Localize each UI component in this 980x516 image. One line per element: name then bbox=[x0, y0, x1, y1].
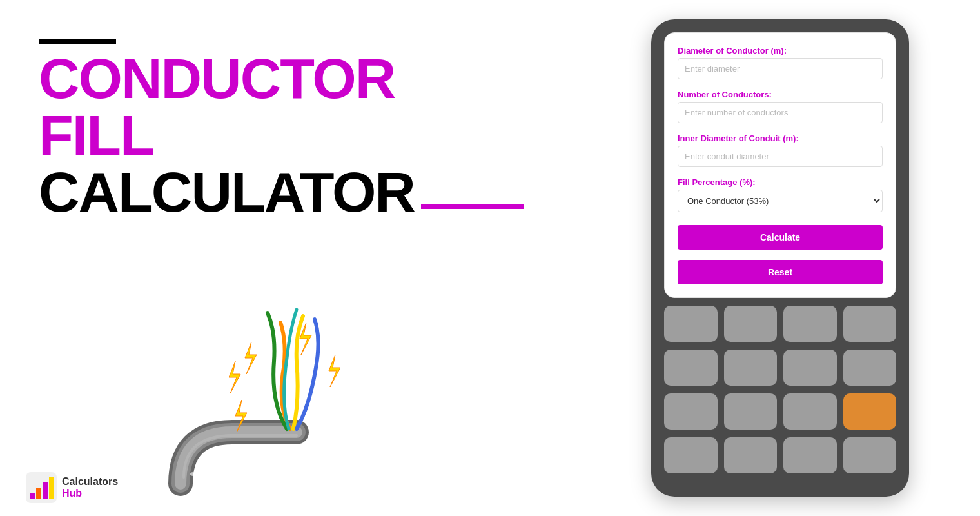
keypad-row-1 bbox=[664, 306, 896, 342]
reset-button[interactable]: Reset bbox=[678, 260, 883, 284]
conductors-input[interactable] bbox=[678, 102, 883, 123]
keypad-btn-6[interactable] bbox=[724, 350, 778, 386]
svg-marker-2 bbox=[300, 322, 311, 355]
keypad-btn-14[interactable] bbox=[783, 437, 837, 473]
keypad-row-4 bbox=[664, 437, 896, 473]
svg-point-0 bbox=[190, 472, 197, 476]
fill-percentage-field-group: Fill Percentage (%): One Conductor (53%)… bbox=[678, 177, 883, 216]
keypad-btn-9[interactable] bbox=[664, 393, 718, 430]
keypad-row-2 bbox=[664, 350, 896, 386]
svg-rect-10 bbox=[49, 477, 54, 499]
right-section: Diameter of Conductor (m): Number of Con… bbox=[580, 0, 980, 516]
keypad-btn-5[interactable] bbox=[664, 350, 718, 386]
left-section: CONDUCTOR FILL CALCULATOR bbox=[0, 0, 580, 516]
keypad-btn-7[interactable] bbox=[783, 350, 837, 386]
calculate-button[interactable]: Calculate bbox=[678, 225, 883, 250]
svg-rect-9 bbox=[43, 482, 48, 499]
keypad-btn-3[interactable] bbox=[783, 306, 837, 342]
svg-rect-7 bbox=[30, 493, 35, 499]
logo-text: Calculators Hub bbox=[62, 476, 118, 499]
diameter-input[interactable] bbox=[678, 58, 883, 79]
keypad-btn-orange-1[interactable] bbox=[843, 393, 897, 430]
title-line3: CALCULATOR bbox=[39, 164, 542, 221]
illustration bbox=[142, 303, 361, 497]
title-line2: FILL bbox=[39, 107, 542, 164]
keypad-btn-10[interactable] bbox=[724, 393, 778, 430]
inner-diameter-field-group: Inner Diameter of Conduit (m): bbox=[678, 134, 883, 171]
logo-icon bbox=[26, 472, 57, 503]
keypad-btn-4[interactable] bbox=[843, 306, 897, 342]
title-bar bbox=[39, 39, 116, 44]
title-block: CONDUCTOR FILL CALCULATOR bbox=[39, 39, 542, 221]
fill-percentage-select[interactable]: One Conductor (53%) Two Conductors (31%)… bbox=[678, 190, 883, 212]
keypad-btn-12[interactable] bbox=[664, 437, 718, 473]
title-underscore bbox=[421, 204, 524, 209]
svg-marker-3 bbox=[229, 361, 240, 393]
inner-diameter-label: Inner Diameter of Conduit (m): bbox=[678, 134, 883, 143]
svg-marker-1 bbox=[245, 342, 257, 374]
keypad-btn-11[interactable] bbox=[783, 393, 837, 430]
conductors-field-group: Number of Conductors: bbox=[678, 90, 883, 127]
keypad-btn-15[interactable] bbox=[843, 437, 897, 473]
diameter-label: Diameter of Conductor (m): bbox=[678, 46, 883, 55]
calculator-screen: Diameter of Conductor (m): Number of Con… bbox=[664, 32, 896, 298]
calculator-body: Diameter of Conductor (m): Number of Con… bbox=[651, 19, 909, 497]
title-line1: CONDUCTOR bbox=[39, 50, 542, 107]
logo: Calculators Hub bbox=[26, 472, 118, 503]
svg-rect-8 bbox=[36, 488, 41, 499]
keypad-btn-8[interactable] bbox=[843, 350, 897, 386]
keypad-btn-1[interactable] bbox=[664, 306, 718, 342]
keypad-btn-13[interactable] bbox=[724, 437, 778, 473]
conductors-label: Number of Conductors: bbox=[678, 90, 883, 99]
svg-marker-4 bbox=[329, 355, 340, 387]
diameter-field-group: Diameter of Conductor (m): bbox=[678, 46, 883, 83]
inner-diameter-input[interactable] bbox=[678, 146, 883, 167]
fill-percentage-label: Fill Percentage (%): bbox=[678, 177, 883, 187]
keypad-row-3 bbox=[664, 393, 896, 430]
keypad-btn-2[interactable] bbox=[724, 306, 778, 342]
